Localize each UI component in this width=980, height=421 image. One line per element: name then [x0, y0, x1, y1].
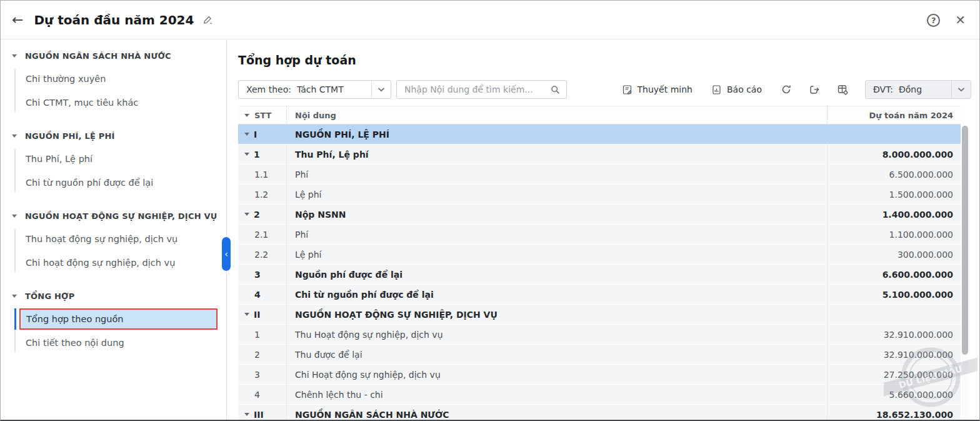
table-row[interactable]: 3Nguồn phí được để lại6.600.000.000: [238, 265, 961, 285]
sidebar-item[interactable]: Chi CTMT, mục tiêu khác: [1, 91, 226, 114]
row-content: Thu Hoạt động sự nghiệp, dịch vụ: [286, 325, 827, 344]
table-row[interactable]: INGUỒN PHÍ, LỆ PHÍ: [238, 124, 961, 145]
main-panel: Tổng hợp dự toán Xem theo: Tách CTMT: [228, 39, 979, 420]
column-header-label: Nội dung: [295, 111, 336, 120]
row-stt-cell: I: [238, 124, 286, 144]
row-stt: 2: [254, 350, 260, 360]
row-value: 5.660.000.000: [827, 385, 961, 404]
column-header-content: Nội dung: [286, 106, 827, 124]
chevron-left-icon: ‹: [224, 249, 228, 259]
search-box: [396, 80, 567, 99]
sidebar: NGUỒN NGÂN SÁCH NHÀ NƯỚCChi thường xuyên…: [1, 39, 227, 420]
caret-down-icon[interactable]: [244, 313, 249, 316]
search-icon[interactable]: [550, 84, 561, 95]
row-content: NGUỒN PHÍ, LỆ PHÍ: [286, 124, 827, 144]
sidebar-collapse-handle[interactable]: ‹: [222, 237, 231, 271]
table-row[interactable]: 1Thu Phí, Lệ phí8.000.000.000: [238, 145, 961, 165]
app-window: ← Dự toán đầu năm 2024 ? ✕ NGUỒN NGÂN SÁ…: [0, 0, 980, 421]
view-by-label: Xem theo:: [246, 84, 291, 94]
explain-button[interactable]: Thuyết minh: [622, 84, 692, 95]
page-title: Tổng hợp dự toán: [238, 53, 356, 67]
edit-pencil-icon[interactable]: [202, 14, 213, 25]
row-value: 18.652.130.000: [827, 405, 961, 420]
caret-down-icon[interactable]: [244, 133, 249, 136]
row-content: Lệ phí: [286, 185, 827, 204]
row-content: Nộp NSNN: [286, 205, 827, 224]
row-stt: 1.2: [254, 190, 268, 200]
table-row[interactable]: 2Thu được để lại32.910.000.000: [238, 345, 961, 365]
budget-table: STT Nội dung Dự toán năm 2024 INGUỒN PHÍ…: [238, 106, 961, 420]
back-arrow-icon[interactable]: ←: [12, 13, 23, 27]
unit-label: ĐVT:: [873, 84, 893, 94]
table-settings-icon[interactable]: [837, 84, 848, 95]
sidebar-item[interactable]: Chi từ nguồn phí được để lại: [1, 171, 226, 195]
sidebar-item[interactable]: Thu hoạt động sự nghiệp, dịch vụ: [1, 227, 226, 251]
scrollbar-thumb[interactable]: [962, 126, 968, 355]
row-stt-cell: 1: [238, 145, 286, 164]
table-row[interactable]: 2Nộp NSNN1.400.000.000: [238, 205, 961, 225]
caret-down-icon[interactable]: [244, 413, 249, 416]
search-input[interactable]: [404, 84, 550, 94]
sidebar-section-header[interactable]: NGUỒN NGÂN SÁCH NHÀ NƯỚC: [1, 44, 226, 67]
row-content: Thu được để lại: [286, 345, 827, 364]
table-row[interactable]: 3Chi Hoạt động sự nghiệp, dịch vụ27.250.…: [238, 365, 961, 385]
sidebar-item[interactable]: Chi thường xuyên: [1, 67, 226, 91]
table-row[interactable]: IIINGUỒN NGÂN SÁCH NHÀ NƯỚC18.652.130.00…: [238, 405, 961, 420]
refresh-icon[interactable]: [781, 84, 792, 95]
row-content: NGUỒN NGÂN SÁCH NHÀ NƯỚC: [286, 405, 827, 420]
caret-down-icon: [12, 215, 17, 218]
sidebar-item[interactable]: Tổng hợp theo nguồn: [19, 308, 218, 330]
row-stt-cell: 1.2: [238, 185, 286, 204]
sidebar-section-items: Thu Phí, Lệ phíChi từ nguồn phí được để …: [1, 147, 226, 195]
row-stt: III: [254, 410, 264, 420]
chevron-down-icon[interactable]: [951, 81, 971, 98]
sidebar-section: NGUỒN PHÍ, LỆ PHÍThu Phí, Lệ phíChi từ n…: [1, 124, 226, 195]
row-value: 32.910.000.000: [827, 325, 961, 344]
column-header-value: Dự toán năm 2024: [827, 106, 961, 124]
chevron-down-icon[interactable]: [371, 81, 391, 98]
sidebar-item[interactable]: Chi hoạt động sự nghiệp, dịch vụ: [1, 251, 226, 275]
sidebar-item[interactable]: Thu Phí, Lệ phí: [1, 147, 226, 171]
table-row[interactable]: 1.1Phí6.500.000.000: [238, 165, 961, 185]
sidebar-section-label: NGUỒN HOẠT ĐỘNG SỰ NGHIỆP, DỊCH VỤ: [25, 211, 217, 221]
caret-down-icon: [12, 134, 17, 138]
table-row[interactable]: 4Chênh lệch thu - chi5.660.000.000: [238, 385, 961, 405]
row-value: [827, 305, 961, 324]
row-content: NGUỒN HOẠT ĐỘNG SỰ NGHIỆP, DỊCH VỤ: [286, 305, 827, 324]
report-button[interactable]: Báo cáo: [711, 84, 762, 95]
table-row[interactable]: IINGUỒN HOẠT ĐỘNG SỰ NGHIỆP, DỊCH VỤ: [238, 305, 961, 325]
caret-down-icon[interactable]: [244, 114, 249, 117]
table-row[interactable]: 2.1Phí1.100.000.000: [238, 225, 961, 245]
toolbar: Xem theo: Tách CTMT Thuyết min: [238, 80, 971, 99]
vertical-scrollbar[interactable]: [962, 124, 968, 418]
table-row[interactable]: 1.2Lệ phí1.500.000.000: [238, 185, 961, 205]
window-title: Dự toán đầu năm 2024: [34, 13, 194, 28]
caret-down-icon[interactable]: [244, 213, 249, 216]
export-icon[interactable]: [809, 84, 820, 95]
sidebar-section-header[interactable]: NGUỒN HOẠT ĐỘNG SỰ NGHIỆP, DỊCH VỤ: [1, 205, 226, 227]
sidebar-section: NGUỒN HOẠT ĐỘNG SỰ NGHIỆP, DỊCH VỤThu ho…: [1, 205, 226, 275]
row-stt-cell: 2.2: [238, 245, 286, 264]
row-stt: I: [254, 129, 257, 139]
table-row[interactable]: 1Thu Hoạt động sự nghiệp, dịch vụ32.910.…: [238, 325, 961, 345]
row-content: Phí: [286, 225, 827, 244]
caret-down-icon[interactable]: [244, 153, 249, 156]
row-value: [827, 124, 961, 144]
row-value: 300.000.000: [827, 245, 961, 264]
sidebar-section: NGUỒN NGÂN SÁCH NHÀ NƯỚCChi thường xuyên…: [1, 44, 226, 114]
row-value: 5.100.000.000: [827, 285, 961, 304]
sidebar-section-header[interactable]: NGUỒN PHÍ, LỆ PHÍ: [1, 124, 226, 147]
view-by-dropdown[interactable]: Xem theo: Tách CTMT: [238, 80, 391, 99]
sidebar-section-items: Thu hoạt động sự nghiệp, dịch vụChi hoạt…: [1, 227, 226, 275]
sidebar-section-header[interactable]: TỔNG HỢP: [1, 285, 226, 307]
unit-value: Đồng: [899, 84, 922, 94]
row-stt-cell: 1: [238, 325, 286, 344]
table-header: STT Nội dung Dự toán năm 2024: [238, 106, 961, 124]
close-icon[interactable]: ✕: [955, 14, 966, 26]
table-row[interactable]: 4Chi từ nguồn phí được để lại5.100.000.0…: [238, 285, 961, 305]
table-row[interactable]: 2.2Lệ phí300.000.000: [238, 245, 961, 265]
help-icon[interactable]: ?: [927, 14, 940, 27]
row-stt: 4: [254, 390, 260, 400]
sidebar-item[interactable]: Chi tiết theo nội dung: [1, 331, 226, 355]
unit-dropdown[interactable]: ĐVT: Đồng: [865, 80, 971, 99]
